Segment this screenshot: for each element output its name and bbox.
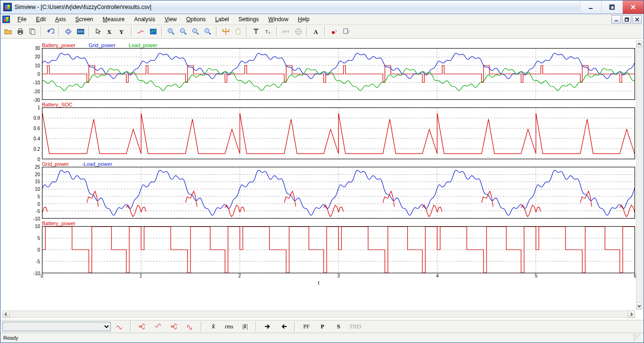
record-icon[interactable]: [329, 26, 340, 37]
scroll-right-button[interactable]: [627, 310, 635, 318]
resize-grip-icon[interactable]: [633, 334, 641, 342]
rms-label[interactable]: rms: [222, 321, 236, 332]
y-tick-label: 5: [37, 236, 40, 241]
menu-analysis[interactable]: Analysis: [131, 15, 159, 24]
scope-icon[interactable]: [293, 26, 304, 37]
prev-cycle-icon[interactable]: [277, 321, 291, 332]
avg-label[interactable]: x̄: [206, 321, 220, 332]
svg-text:Y: Y: [119, 28, 124, 35]
mdi-restore-button[interactable]: [622, 15, 631, 24]
toolbar: DATAXY+↔↕−TAFFTA: [0, 25, 644, 39]
zoom-x-in-icon[interactable]: ↔: [178, 26, 189, 37]
window-title: Simview - [C:\Users\fvj\dev\fuzzyControl…: [15, 4, 151, 10]
zoom-auto-icon[interactable]: [135, 26, 147, 37]
horizontal-scrollbar[interactable]: [2, 310, 635, 318]
menu-measure[interactable]: Measure: [99, 15, 129, 24]
zoom-in-icon[interactable]: +: [165, 26, 177, 37]
x-tick-label: 0: [41, 273, 43, 278]
status-bar: Ready: [0, 333, 644, 343]
menu-options[interactable]: Options: [182, 15, 209, 24]
menu-screen[interactable]: Screen: [72, 15, 97, 24]
data-icon[interactable]: DATA: [75, 26, 86, 37]
y-tick-label: 0: [37, 157, 40, 162]
zoom-fit-icon[interactable]: [148, 26, 159, 37]
legend-entry: Load_power: [129, 42, 157, 48]
plot-legend: Battery_SOC: [2, 100, 635, 107]
zoom-out-icon[interactable]: −: [202, 26, 214, 37]
wave-abs-icon[interactable]: [167, 321, 182, 332]
plot-legend: Battery_powerGrid_powerLoad_power: [2, 41, 635, 48]
svg-rect-15: [150, 29, 157, 34]
absavg-label[interactable]: |x̄|: [238, 321, 252, 332]
p-label[interactable]: P: [315, 321, 330, 332]
menu-edit[interactable]: Edit: [32, 15, 50, 24]
scroll-track[interactable]: [636, 47, 643, 303]
fft-icon[interactable]: FFT: [281, 26, 292, 37]
svg-point-9: [66, 30, 71, 33]
y-tick-label: 30: [35, 46, 40, 51]
scroll-left-button[interactable]: [2, 310, 10, 318]
maximize-button[interactable]: [601, 0, 622, 14]
mdi-close-button[interactable]: [632, 15, 642, 24]
y-tick-label: -10: [33, 271, 40, 276]
menu-file[interactable]: File: [14, 15, 30, 24]
svg-text:↕: ↕: [194, 29, 196, 33]
plot-canvas[interactable]: [42, 107, 635, 159]
svg-rect-5: [19, 29, 22, 31]
titlebar[interactable]: Simview - [C:\Users\fvj\dev\fuzzyControl…: [0, 0, 644, 14]
menu-label[interactable]: Label: [211, 15, 232, 24]
y-tick-label: -20: [33, 89, 40, 94]
minimize-button[interactable]: [580, 0, 601, 14]
pf-label[interactable]: PF: [299, 321, 314, 332]
plot-canvas[interactable]: [42, 226, 635, 273]
undo-icon[interactable]: [45, 26, 56, 37]
menu-help[interactable]: Help: [294, 15, 314, 24]
wave-sq-icon[interactable]: [183, 321, 198, 332]
menu-window[interactable]: Window: [264, 15, 292, 24]
text-tool-icon[interactable]: [250, 26, 262, 37]
svg-text:FFT: FFT: [282, 30, 289, 34]
status-text: Ready: [3, 335, 18, 341]
s-label[interactable]: S: [331, 321, 346, 332]
font-icon[interactable]: A: [311, 26, 322, 37]
y-tick-label: -5: [36, 209, 40, 214]
svg-text:+: +: [169, 29, 171, 33]
x-axis-label: t: [2, 280, 635, 286]
plot-canvas[interactable]: [42, 48, 635, 100]
text-props-icon[interactable]: TA: [263, 26, 274, 37]
plot-canvas[interactable]: [42, 167, 635, 219]
y-tick-label: 0: [37, 201, 40, 206]
mdi-minimize-button[interactable]: [611, 15, 621, 24]
svg-point-10: [67, 29, 70, 34]
y-tick-label: -5: [36, 259, 40, 264]
vertical-scrollbar[interactable]: [636, 41, 643, 310]
pan-icon[interactable]: [220, 26, 231, 37]
print-icon[interactable]: [15, 26, 26, 37]
y-cursor-icon[interactable]: Y: [117, 26, 129, 37]
menu-view[interactable]: View: [161, 15, 181, 24]
thd-label[interactable]: THD: [347, 321, 363, 332]
y-tick-label: 0: [37, 247, 40, 253]
hand-icon[interactable]: [232, 26, 244, 37]
x-tick-label: 2: [239, 273, 241, 278]
close-button[interactable]: [622, 0, 644, 14]
function-combo[interactable]: [2, 322, 111, 331]
scroll-down-button[interactable]: [636, 302, 643, 310]
pointer-icon[interactable]: [93, 26, 104, 37]
zoom-y-in-icon[interactable]: ↕: [190, 26, 201, 37]
plot-area: Battery_powerGrid_powerLoad_power-30-20-…: [0, 39, 644, 320]
wave-add-icon[interactable]: [113, 321, 127, 332]
svg-text:A: A: [314, 28, 318, 35]
next-cycle-icon[interactable]: [261, 321, 275, 332]
menu-axis[interactable]: Axis: [51, 15, 70, 24]
wave-prod-icon[interactable]: [151, 321, 165, 332]
refresh-icon[interactable]: [63, 26, 74, 37]
legend-entry: Grid_power: [42, 161, 69, 167]
wave-sum-icon[interactable]: [135, 321, 149, 332]
x-cursor-icon[interactable]: X: [105, 26, 116, 37]
export-icon[interactable]: [341, 26, 352, 37]
copy-icon[interactable]: [27, 26, 38, 37]
open-icon[interactable]: [2, 26, 14, 37]
menu-settings[interactable]: Settings: [235, 15, 263, 24]
legend-entry: Battery_power: [42, 220, 75, 226]
